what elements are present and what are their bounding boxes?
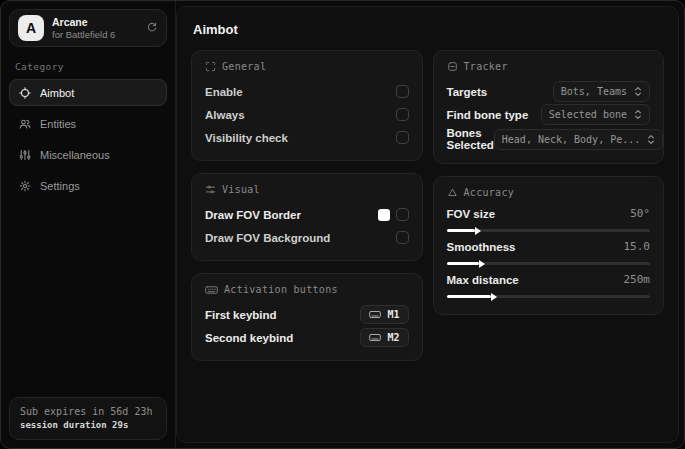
setting-row: Bones Selected Head, Neck, Body, Pe... xyxy=(447,127,651,151)
sliders-horizontal-icon xyxy=(205,184,216,195)
find-bone-type-dropdown[interactable]: Selected bone xyxy=(541,104,650,125)
setting-label: Always xyxy=(205,109,245,121)
dropdown-value: Head, Neck, Body, Pe... xyxy=(502,134,640,145)
unfold-icon xyxy=(634,109,642,120)
gear-icon xyxy=(19,180,31,192)
keyboard-icon xyxy=(205,285,218,295)
page-title: Aimbot xyxy=(193,22,664,37)
app-logo: A xyxy=(18,15,44,41)
setting-label: Draw FOV Border xyxy=(205,209,301,221)
main-panel: Aimbot General Enable xyxy=(176,6,679,443)
setting-label: Draw FOV Background xyxy=(205,232,330,244)
dropdown-value: Bots, Teams xyxy=(561,86,627,97)
visibility-check-checkbox[interactable] xyxy=(396,131,409,144)
card-title: Tracker xyxy=(464,61,508,72)
activation-buttons-card: Activation buttons First keybind M1 xyxy=(191,273,423,361)
unfold-icon xyxy=(634,86,642,97)
keybind-value: M2 xyxy=(387,332,399,343)
targets-dropdown[interactable]: Bots, Teams xyxy=(553,81,650,102)
scan-frame-icon xyxy=(205,61,216,72)
slider-label: Max distance xyxy=(447,274,519,286)
sidebar-item-settings[interactable]: Settings xyxy=(9,172,167,199)
card-title: Accuracy xyxy=(464,187,515,198)
card-title: General xyxy=(222,61,266,72)
fov-size-slider-group: FOV size 50° xyxy=(447,207,651,232)
setting-label: Second keybind xyxy=(205,332,293,344)
refresh-icon[interactable] xyxy=(146,22,158,34)
setting-label: Find bone type xyxy=(447,109,529,121)
setting-row: Enable xyxy=(205,81,409,102)
draw-fov-background-checkbox[interactable] xyxy=(396,231,409,244)
slider-fill xyxy=(447,229,475,232)
fov-size-slider[interactable] xyxy=(447,229,651,232)
crosshair-icon xyxy=(19,87,31,99)
session-duration-text: session duration 29s xyxy=(20,419,156,432)
bones-selected-dropdown[interactable]: Head, Neck, Body, Pe... xyxy=(494,129,663,150)
setting-row: Targets Bots, Teams xyxy=(447,81,651,102)
subscription-info: Sub expires in 56d 23h session duration … xyxy=(9,397,167,440)
sidebar-item-miscellaneous[interactable]: Miscellaneous xyxy=(9,141,167,168)
sidebar: A Arcane for Battlefield 6 Category xyxy=(1,1,176,448)
keyboard-icon xyxy=(369,310,381,319)
slider-fill xyxy=(447,262,480,265)
sidebar-item-entities[interactable]: Entities xyxy=(9,110,167,137)
sidebar-item-aimbot[interactable]: Aimbot xyxy=(9,79,167,106)
setting-row: Find bone type Selected bone xyxy=(447,104,651,125)
slider-label: FOV size xyxy=(447,208,496,220)
always-checkbox[interactable] xyxy=(396,108,409,121)
users-icon xyxy=(19,118,31,130)
card-title: Activation buttons xyxy=(224,284,338,295)
setting-row: Second keybind M2 xyxy=(205,327,409,348)
slider-value: 50° xyxy=(630,207,650,220)
sub-expiry-text: Sub expires in 56d 23h xyxy=(20,405,156,419)
setting-label: Targets xyxy=(447,86,488,98)
square-minus-icon xyxy=(447,61,458,72)
sidebar-item-label: Settings xyxy=(40,180,80,192)
tracker-card: Tracker Targets Bots, Teams xyxy=(433,50,665,164)
setting-row: Draw FOV Background xyxy=(205,227,409,248)
setting-row: Draw FOV Border xyxy=(205,204,409,225)
sidebar-item-label: Miscellaneous xyxy=(40,149,110,161)
sidebar-item-label: Entities xyxy=(40,118,76,130)
draw-fov-border-checkbox[interactable] xyxy=(396,208,409,221)
max-distance-slider[interactable] xyxy=(447,295,651,298)
max-distance-slider-group: Max distance 250m xyxy=(447,273,651,298)
accuracy-card: Accuracy FOV size 50° Smoothness xyxy=(433,176,665,315)
app-name: Arcane xyxy=(52,16,138,29)
triangle-icon xyxy=(447,187,458,198)
keybind-value: M1 xyxy=(387,309,399,320)
setting-label: Visibility check xyxy=(205,132,288,144)
slider-value: 250m xyxy=(624,273,651,286)
app-subtitle: for Battlefield 6 xyxy=(52,29,138,41)
brand-card: A Arcane for Battlefield 6 xyxy=(9,9,167,47)
category-label: Category xyxy=(15,61,161,72)
keyboard-icon xyxy=(369,333,381,342)
slider-fill xyxy=(447,295,492,298)
visual-card: Visual Draw FOV Border Draw FOV Backgrou… xyxy=(191,173,423,261)
app-window: A Arcane for Battlefield 6 Category xyxy=(0,0,685,449)
unfold-icon xyxy=(647,134,655,145)
setting-label: Bones Selected xyxy=(447,127,494,151)
setting-row: Always xyxy=(205,104,409,125)
slider-label: Smoothness xyxy=(447,241,516,253)
sidebar-item-label: Aimbot xyxy=(40,87,74,99)
fov-border-color-swatch[interactable] xyxy=(378,209,390,221)
dropdown-value: Selected bone xyxy=(549,109,627,120)
smoothness-slider[interactable] xyxy=(447,262,651,265)
second-keybind-button[interactable]: M2 xyxy=(360,328,408,347)
setting-row: Visibility check xyxy=(205,127,409,148)
setting-label: First keybind xyxy=(205,309,277,321)
general-card: General Enable Always Visibility check xyxy=(191,50,423,161)
card-title: Visual xyxy=(222,184,260,195)
smoothness-slider-group: Smoothness 15.0 xyxy=(447,240,651,265)
first-keybind-button[interactable]: M1 xyxy=(360,305,408,324)
setting-row: First keybind M1 xyxy=(205,304,409,325)
setting-label: Enable xyxy=(205,86,243,98)
slider-value: 15.0 xyxy=(624,240,651,253)
enable-checkbox[interactable] xyxy=(396,85,409,98)
sliders-icon xyxy=(19,149,31,161)
